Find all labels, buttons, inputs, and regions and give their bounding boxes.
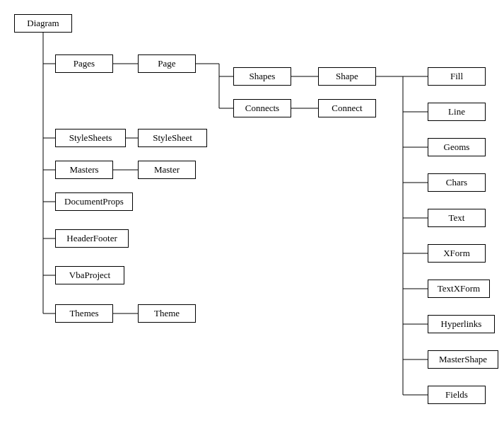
node-theme: Theme (138, 304, 196, 323)
node-connect: Connect (318, 99, 376, 117)
node-chars: Chars (428, 173, 486, 192)
node-stylesheets: StyleSheets (55, 129, 126, 147)
node-documentprops: DocumentProps (55, 192, 133, 211)
node-vbaproject: VbaProject (55, 266, 124, 284)
node-textxform: TextXForm (428, 280, 490, 298)
node-mastershape: MasterShape (428, 350, 498, 369)
node-diagram: Diagram (14, 14, 72, 33)
node-connects: Connects (233, 99, 291, 117)
node-shapes: Shapes (233, 67, 291, 86)
node-master: Master (138, 161, 196, 179)
node-fill: Fill (428, 67, 486, 86)
node-line: Line (428, 103, 486, 121)
node-pages: Pages (55, 54, 113, 73)
node-masters: Masters (55, 161, 113, 179)
node-themes: Themes (55, 304, 113, 323)
node-stylesheet: StyleSheet (138, 129, 207, 147)
node-page: Page (138, 54, 196, 73)
node-shape: Shape (318, 67, 376, 86)
node-fields: Fields (428, 386, 486, 404)
node-headerfooter: HeaderFooter (55, 229, 129, 248)
node-text: Text (428, 209, 486, 227)
node-hyperlinks: Hyperlinks (428, 315, 495, 333)
node-geoms: Geoms (428, 138, 486, 156)
node-xform: XForm (428, 244, 486, 263)
